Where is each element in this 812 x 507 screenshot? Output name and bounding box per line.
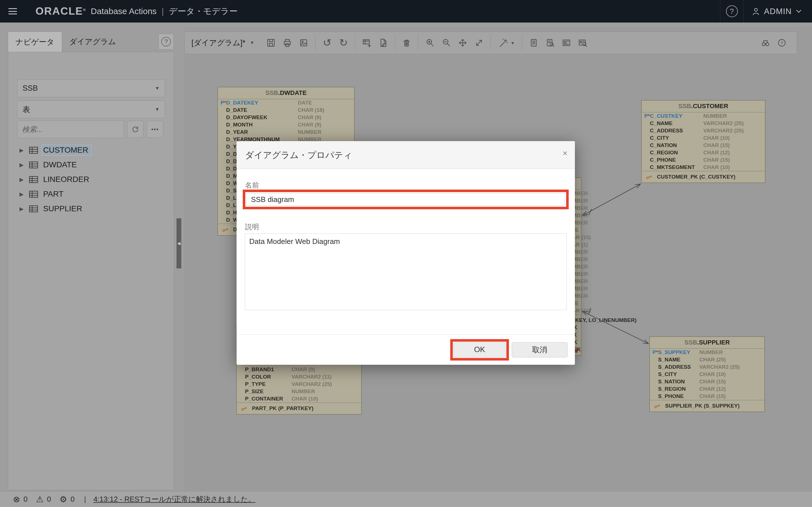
pk-marker — [218, 216, 224, 224]
column-name: C_ADDRESS — [650, 127, 703, 134]
cancel-button[interactable]: 取消 — [512, 342, 567, 357]
expand-arrow-icon[interactable]: ▶ — [19, 206, 29, 212]
entity-customer[interactable]: SSB.CUSTOMERP*C_CUSTKEYNUMBERC_NAMEVARCH… — [641, 100, 765, 183]
sidebar-table-lineorder[interactable]: ▶LINEORDER — [8, 172, 174, 187]
sidebar-table-supplier[interactable]: ▶SUPPLIER — [8, 202, 174, 216]
resize-icon — [474, 38, 484, 48]
navigator-help-button[interactable]: ? — [158, 34, 174, 50]
column-name: C_MKTSEGMENT — [650, 164, 703, 171]
column-name: D_YEAR — [226, 128, 298, 136]
column-name: P_COLOR — [245, 373, 292, 381]
entity-column-row: S_CITYCHAR (10) — [650, 371, 764, 378]
report-search-button[interactable] — [542, 34, 558, 52]
zoom-out-button[interactable] — [438, 34, 455, 52]
entity-column-row: D_MONTHCHAR (9) — [218, 121, 354, 128]
expand-arrow-icon[interactable]: ▶ — [19, 176, 29, 183]
tab-diagram[interactable]: ダイアグラム — [62, 32, 123, 52]
redo-button[interactable]: ↻ — [335, 34, 352, 52]
key-label: CUSTOMER_PK (C_CUSTKEY) — [657, 174, 735, 180]
help-icon: ? — [777, 38, 787, 48]
sidebar-table-dwdate[interactable]: ▶DWDATE — [8, 158, 174, 172]
pk-marker — [218, 202, 224, 209]
edit-button[interactable] — [375, 34, 391, 52]
column-type: CHAR (18) — [298, 107, 354, 114]
toolbar-separator — [355, 35, 355, 50]
diagram-help-button[interactable]: ? — [774, 34, 790, 52]
hamburger-menu-icon[interactable] — [8, 8, 17, 14]
primary-key-icon — [653, 402, 661, 409]
expand-arrow-icon[interactable]: ▶ — [19, 162, 29, 168]
sidebar-collapse-handle[interactable]: ◀ — [176, 218, 181, 269]
entity-title: SSB.CUSTOMER — [642, 101, 765, 112]
more-options-button[interactable]: ••• — [147, 121, 163, 138]
process-count: 0 — [70, 495, 74, 504]
required-marker — [656, 393, 658, 400]
description-textarea[interactable]: Data Modeler Web Diagram — [245, 233, 567, 310]
column-type: CHAR (12) — [703, 149, 765, 156]
ddl-search-button[interactable] — [574, 34, 591, 52]
diagram-properties-dialog: ダイアグラム・プロパティ × 名前 説明 Data Modeler Web Di… — [237, 141, 575, 365]
status-divider: | — [84, 495, 86, 504]
save-button[interactable] — [263, 34, 279, 52]
column-name: P_TYPE — [245, 381, 292, 388]
pan-button[interactable] — [455, 34, 471, 52]
pk-marker — [237, 388, 243, 395]
find-in-diagram-button[interactable] — [757, 34, 774, 52]
chevron-down-icon — [795, 8, 802, 15]
pk-marker — [218, 209, 224, 216]
diagram-name-menu[interactable]: [ダイアグラム]* ▼ — [192, 38, 254, 48]
tab-navigator[interactable]: ナビゲータ — [8, 32, 62, 52]
add-table-icon — [362, 38, 372, 48]
status-message-link[interactable]: 4:13:12 - RESTコールが正常に解決されました。 — [93, 494, 255, 504]
report-button[interactable] — [525, 34, 542, 52]
refresh-button[interactable] — [127, 121, 144, 138]
pk-marker — [642, 149, 648, 156]
entity-supplier[interactable]: SSB.SUPPLIERP*S_SUPPKEYNUMBERS_NAMECHAR … — [649, 336, 765, 412]
chevron-down-icon: ▼ — [250, 40, 254, 45]
name-input[interactable] — [246, 193, 565, 206]
expand-arrow-icon[interactable]: ▶ — [19, 191, 29, 198]
toolbar-separator — [315, 35, 315, 50]
app-header: ORACLE® Database Actions | データ・モデラー ? AD… — [0, 0, 812, 22]
export-image-button[interactable] — [296, 34, 312, 52]
ok-button[interactable]: OK — [453, 342, 506, 357]
primary-key-icon — [221, 226, 229, 233]
dialog-footer: OK 取消 — [237, 334, 575, 365]
sidebar-table-part[interactable]: ▶PART — [8, 187, 174, 202]
pk-marker — [218, 136, 224, 143]
schema-select[interactable]: SSB ▼ — [17, 79, 165, 97]
entity-column-row: C_NATIONCHAR (15) — [642, 142, 765, 149]
pk-marker — [218, 180, 224, 187]
user-menu[interactable]: ADMIN — [744, 6, 812, 16]
auto-layout-menu[interactable]: ▼ — [494, 34, 518, 52]
collapse-left-icon: ◀ — [177, 241, 181, 246]
column-name: S_NATION — [658, 378, 699, 385]
column-name: S_SUPPKEY — [658, 349, 699, 356]
entity-column-row: C_REGIONCHAR (12) — [642, 149, 765, 156]
zoom-in-button[interactable] — [422, 34, 438, 52]
undo-button[interactable]: ↺ — [319, 34, 335, 52]
table-name: LINEORDER — [42, 174, 92, 184]
navigator-content: SSB ▼ 表 ▼ 検索... ••• ▶CUSTOMER▶DWDATE▶LIN… — [8, 52, 174, 490]
add-table-button[interactable] — [359, 34, 375, 52]
pk-marker: P — [218, 99, 224, 107]
pk-marker — [218, 143, 224, 151]
undo-icon: ↺ — [323, 38, 331, 48]
search-input[interactable]: 検索... — [17, 121, 124, 138]
expand-arrow-icon[interactable]: ▶ — [19, 147, 29, 154]
fit-screen-button[interactable] — [471, 34, 487, 52]
binoculars-icon — [760, 38, 770, 48]
delete-button[interactable] — [398, 34, 415, 52]
print-button[interactable] — [279, 34, 296, 52]
sidebar-table-customer[interactable]: ▶CUSTOMER — [8, 143, 174, 158]
move-icon — [458, 38, 468, 48]
entity-columns: P*S_SUPPKEYNUMBERS_NAMECHAR (25)S_ADDRES… — [650, 349, 764, 400]
pk-marker — [218, 165, 224, 172]
close-icon[interactable]: × — [562, 149, 567, 158]
ddl-preview-button[interactable] — [558, 34, 574, 52]
header-help-button[interactable]: ? — [720, 0, 744, 22]
object-type-select[interactable]: 表 ▼ — [17, 101, 165, 118]
pk-marker — [642, 134, 648, 142]
title-divider: | — [161, 6, 164, 16]
key-label: PART_PK (P_PARTKEY) — [252, 405, 313, 411]
